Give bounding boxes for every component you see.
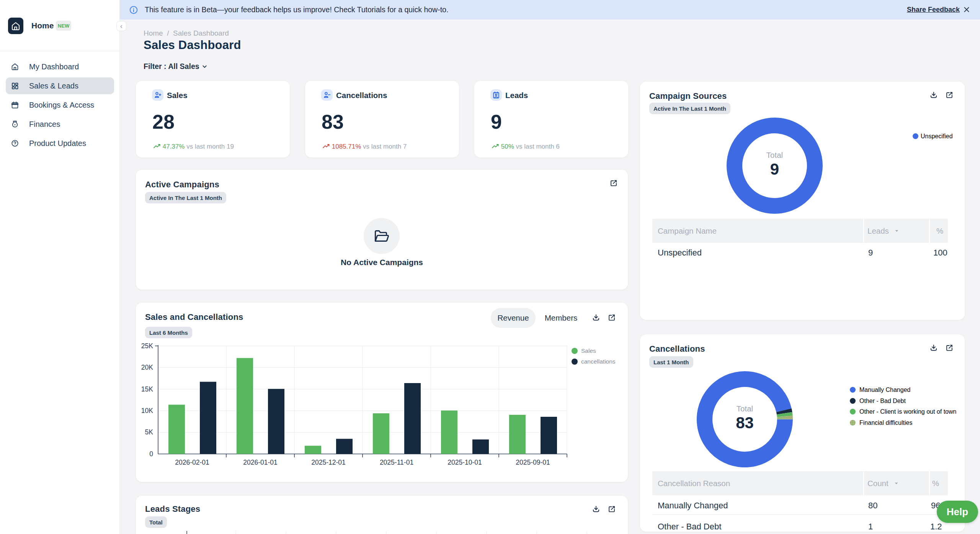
svg-text:2025-12-01: 2025-12-01: [311, 459, 346, 466]
svg-text:2025-10-01: 2025-10-01: [448, 459, 482, 466]
svg-text:2025-11-01: 2025-11-01: [380, 459, 413, 466]
svg-text:15K: 15K: [141, 385, 153, 393]
svg-text:5K: 5K: [145, 428, 154, 436]
svg-text:2025-09-01: 2025-09-01: [516, 459, 550, 466]
svg-text:cancellations: cancellations: [581, 358, 616, 365]
svg-text:0: 0: [149, 450, 153, 458]
svg-text:25K: 25K: [141, 342, 153, 350]
svg-text:20K: 20K: [141, 364, 153, 371]
svg-text:2026-01-01: 2026-01-01: [243, 459, 278, 466]
svg-text:2026-02-01: 2026-02-01: [175, 459, 209, 466]
svg-text:Sales: Sales: [581, 347, 596, 354]
svg-text:10K: 10K: [141, 407, 153, 414]
